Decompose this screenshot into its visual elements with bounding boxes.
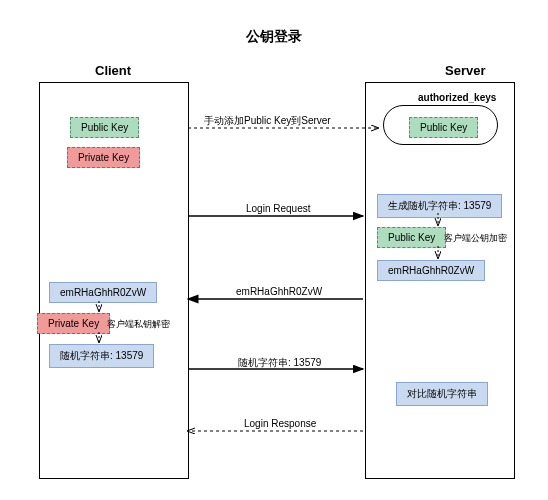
msg-add-pub: 手动添加Public Key到Server: [204, 114, 331, 128]
server-public-key-encrypt: Public Key: [377, 227, 446, 248]
server-cipher: emRHaGhhR0ZvW: [377, 260, 485, 281]
client-private-key: Private Key: [67, 147, 140, 168]
server-gen-random: 生成随机字符串: 13579: [377, 194, 502, 218]
msg-plain-fwd: 随机字符串: 13579: [238, 356, 321, 370]
msg-login-req: Login Request: [246, 203, 311, 214]
server-encrypt-note: 客户端公钥加密: [444, 232, 507, 245]
server-public-key: Public Key: [409, 117, 478, 138]
client-decrypt-note: 客户端私钥解密: [107, 318, 170, 331]
client-plain: 随机字符串: 13579: [49, 344, 154, 368]
msg-login-resp: Login Response: [244, 418, 316, 429]
client-lifeline: [39, 82, 189, 479]
auth-keys-label: authorized_keys: [418, 92, 496, 103]
server-compare: 对比随机字符串: [396, 382, 488, 406]
client-public-key: Public Key: [70, 117, 139, 138]
client-cipher: emRHaGhhR0ZvW: [49, 282, 157, 303]
client-label: Client: [95, 63, 131, 78]
client-private-key-decrypt: Private Key: [37, 313, 110, 334]
msg-cipher-back: emRHaGhhR0ZvW: [236, 286, 322, 297]
page-title: 公钥登录: [0, 0, 548, 46]
server-label: Server: [445, 63, 485, 78]
